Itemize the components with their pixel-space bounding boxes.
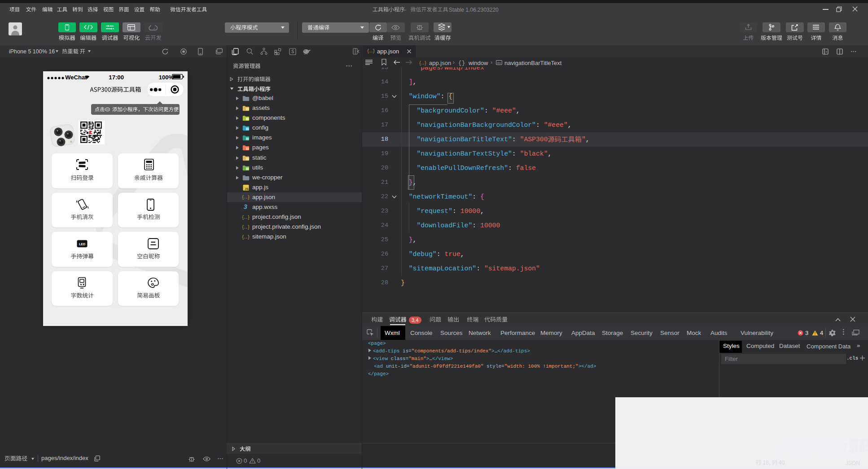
svg-text:LED: LED [79,242,85,245]
svg-text:JS: JS [245,187,249,191]
svg-text:{..}: {..} [242,225,250,230]
svg-text:{..}: {..} [367,48,375,54]
svg-text:{..}: {..} [242,195,250,200]
svg-text:abc: abc [497,61,501,64]
svg-text:{..}: {..} [419,60,426,66]
svg-text:{..}: {..} [242,234,250,240]
svg-text:{..}: {..} [242,215,250,220]
